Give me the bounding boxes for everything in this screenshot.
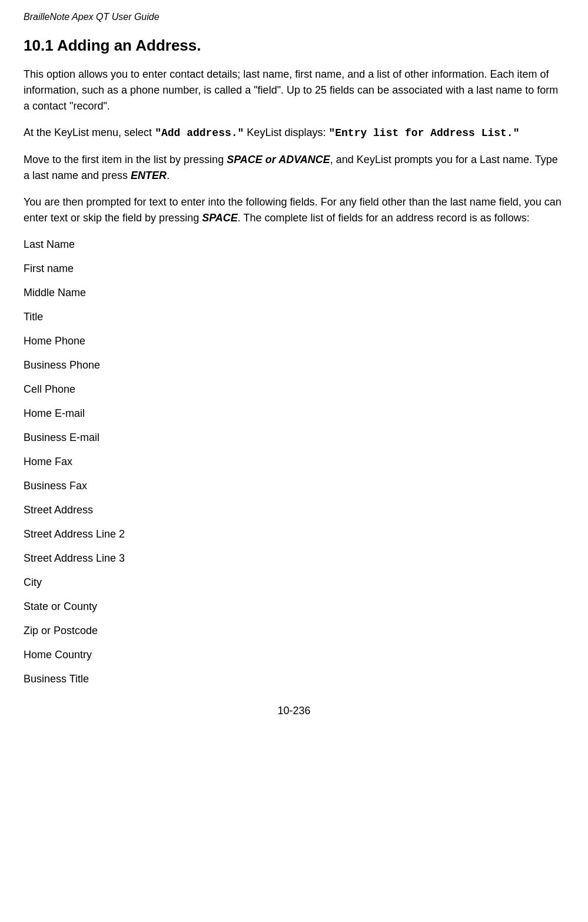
section-title: 10.1 Adding an Address. (24, 37, 564, 55)
paragraph-4: You are then prompted for text to enter … (24, 194, 564, 226)
field-item-7: Home E-mail (24, 406, 564, 422)
field-item-5: Business Phone (24, 357, 564, 373)
field-item-8: Business E-mail (24, 430, 564, 446)
inline-bold-space: SPACE (202, 212, 238, 224)
page-footer: 10-236 (24, 705, 564, 717)
page-header: BrailleNote Apex QT User Guide (24, 12, 564, 22)
field-item-18: Business Title (24, 671, 564, 687)
section-number: 10.1 (24, 37, 54, 54)
field-item-9: Home Fax (24, 454, 564, 470)
inline-code-entry-list: "Entry list for Address List." (328, 127, 519, 139)
fields-list: Last NameFirst nameMiddle NameTitleHome … (24, 237, 564, 687)
field-item-4: Home Phone (24, 333, 564, 349)
field-item-1: First name (24, 261, 564, 277)
paragraph-1: This option allows you to enter contact … (24, 67, 564, 114)
inline-bold-enter: ENTER (131, 170, 167, 181)
field-item-10: Business Fax (24, 478, 564, 494)
field-item-11: Street Address (24, 502, 564, 518)
field-item-3: Title (24, 309, 564, 325)
field-item-2: Middle Name (24, 285, 564, 301)
field-item-15: State or County (24, 599, 564, 615)
field-item-16: Zip or Postcode (24, 623, 564, 639)
section-heading: Adding an Address. (57, 37, 201, 54)
field-item-17: Home Country (24, 647, 564, 663)
field-item-13: Street Address Line 3 (24, 550, 564, 566)
paragraph-2: At the KeyList menu, select "Add address… (24, 125, 564, 141)
inline-bold-space-advance: SPACE or ADVANCE (227, 154, 330, 165)
inline-code-add-address: "Add address." (155, 127, 244, 139)
field-item-14: City (24, 575, 564, 591)
field-item-0: Last Name (24, 237, 564, 253)
field-item-12: Street Address Line 2 (24, 526, 564, 542)
paragraph-3: Move to the first item in the list by pr… (24, 152, 564, 184)
field-item-6: Cell Phone (24, 382, 564, 397)
